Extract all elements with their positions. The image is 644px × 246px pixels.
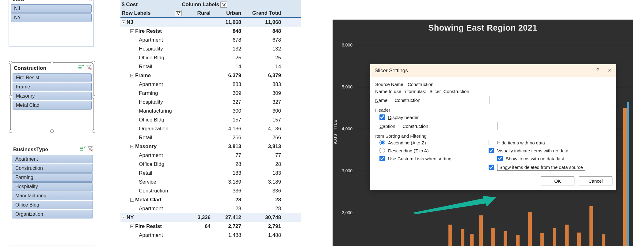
- pivot-table[interactable]: $ Cost Column Labels Row Labels Rural Ur…: [120, 0, 301, 240]
- pivot-col-header[interactable]: Grand Total: [243, 10, 283, 16]
- slicer-item[interactable]: NJ: [11, 4, 92, 13]
- multiselect-icon[interactable]: [78, 0, 84, 2]
- pivot-cell: 25: [212, 55, 243, 61]
- slicer-item[interactable]: Apartment: [12, 155, 93, 163]
- pivot-row-label: Office Bldg: [120, 55, 182, 61]
- pivot-cell: 25: [243, 55, 283, 61]
- use-custom-lists-checkbox[interactable]: [379, 156, 385, 161]
- pivot-row[interactable]: Retail1414: [120, 62, 301, 71]
- show-deleted-checkbox[interactable]: [489, 165, 494, 170]
- slicer-item[interactable]: Fire Resist: [13, 73, 92, 82]
- caption-input[interactable]: [400, 122, 498, 130]
- pivot-cell: 132: [243, 46, 283, 52]
- grid-label: 3,000: [342, 168, 352, 173]
- collapse-icon[interactable]: −: [130, 145, 134, 148]
- pivot-row[interactable]: Service3,1893,189: [120, 177, 301, 186]
- visually-indicate-checkbox[interactable]: [489, 148, 494, 153]
- pivot-row[interactable]: Hospitality327327: [120, 98, 301, 106]
- cancel-button[interactable]: Cancel: [579, 176, 612, 185]
- clear-filter-icon[interactable]: [86, 65, 92, 72]
- slicer-item[interactable]: NY: [11, 13, 92, 22]
- dialog-titlebar[interactable]: Slicer Settings ? ✕: [370, 64, 616, 77]
- show-last-checkbox[interactable]: [497, 156, 503, 161]
- pivot-row[interactable]: −NY3,33627,41230,748: [120, 213, 301, 222]
- chart-bar: [589, 206, 593, 246]
- slicer-item[interactable]: Frame: [13, 83, 92, 91]
- collapse-icon[interactable]: −: [130, 198, 134, 202]
- pivot-row-label: −Fire Resist: [120, 28, 182, 34]
- clear-filter-icon[interactable]: [86, 0, 92, 2]
- name-input[interactable]: [392, 96, 490, 104]
- chart-bar: [577, 233, 581, 246]
- pivot-row[interactable]: Construction336336: [120, 186, 301, 195]
- slicer-item[interactable]: Hospitality: [12, 182, 93, 191]
- filter-dropdown-icon[interactable]: [175, 10, 182, 16]
- help-icon[interactable]: ?: [596, 67, 599, 74]
- pivot-cell: 678: [212, 37, 243, 43]
- pivot-row[interactable]: Manufacturing300300: [120, 106, 301, 115]
- pivot-row[interactable]: Apartment883883: [120, 80, 301, 89]
- slicer-item[interactable]: Organization: [12, 210, 93, 218]
- ok-button[interactable]: OK: [541, 176, 574, 185]
- sort-asc-radio[interactable]: [379, 140, 385, 145]
- collapse-icon[interactable]: −: [130, 74, 134, 77]
- slicer-item[interactable]: Metal Clad: [13, 101, 92, 110]
- pivot-row[interactable]: −Fire Resist848848: [120, 27, 301, 35]
- slicer-item[interactable]: Manufacturing: [12, 192, 93, 200]
- pivot-cell: 266: [243, 135, 283, 141]
- pivot-row[interactable]: −Metal Clad2828: [120, 195, 301, 204]
- collapse-icon[interactable]: −: [130, 225, 134, 228]
- multiselect-icon[interactable]: [78, 65, 84, 71]
- resize-handle[interactable]: [50, 129, 54, 133]
- pivot-row[interactable]: Retail183183: [120, 169, 301, 177]
- filter-dropdown-icon[interactable]: [220, 2, 227, 8]
- pivot-row[interactable]: Apartment7777: [120, 151, 301, 160]
- collapse-icon[interactable]: −: [122, 20, 125, 24]
- collapse-icon[interactable]: −: [130, 29, 134, 33]
- hide-no-data-checkbox[interactable]: [489, 140, 494, 145]
- collapse-icon[interactable]: −: [122, 216, 125, 219]
- pivot-row[interactable]: Apartment1,4881,488: [120, 231, 301, 240]
- pivot-row[interactable]: Hospitality132132: [120, 44, 301, 53]
- slicer-state[interactable]: State NJ NY: [9, 0, 94, 47]
- resize-handle[interactable]: [50, 61, 54, 64]
- pivot-col-header[interactable]: Urban: [212, 10, 243, 16]
- slicer-title: BusinessType: [13, 147, 48, 153]
- pivot-row[interactable]: Organization4,1364,136: [120, 124, 301, 133]
- pivot-row[interactable]: −Frame6,3796,379: [120, 71, 301, 80]
- resize-handle[interactable]: [92, 61, 95, 64]
- pivot-row[interactable]: Office Bldg2525: [120, 53, 301, 62]
- pivot-row[interactable]: −Fire Resist642,7272,791: [120, 222, 301, 231]
- resize-handle[interactable]: [92, 95, 95, 99]
- resize-handle[interactable]: [92, 129, 95, 133]
- pivot-row[interactable]: Retail266266: [120, 133, 301, 142]
- pivot-row[interactable]: Apartment678678: [120, 35, 301, 44]
- pivot-cell: 336: [212, 188, 243, 194]
- slicer-item[interactable]: Construction: [12, 164, 93, 173]
- pivot-cell: 14: [212, 64, 243, 70]
- pivot-row[interactable]: −NJ11,06811,068: [120, 18, 301, 27]
- slicer-businesstype[interactable]: BusinessType Apartment Construction Farm…: [10, 144, 95, 245]
- pivot-row[interactable]: −Masonry3,8133,813: [120, 142, 301, 151]
- resize-handle[interactable]: [9, 61, 12, 64]
- slicer-item[interactable]: Farming: [12, 173, 93, 182]
- use-custom-lists-label: Use Custom Lists when sorting: [388, 156, 452, 161]
- display-header-label: Display header: [388, 115, 419, 120]
- slicer-item[interactable]: Masonry: [13, 92, 92, 100]
- close-icon[interactable]: ✕: [608, 68, 612, 73]
- slicer-item[interactable]: Office Bldg: [12, 201, 93, 209]
- clear-filter-icon[interactable]: [87, 146, 93, 153]
- slicer-construction[interactable]: Construction Fire Resist Frame Masonry M…: [10, 62, 94, 131]
- pivot-row[interactable]: Office Bldg157157: [120, 115, 301, 124]
- selected-cell-range[interactable]: [332, 0, 633, 7]
- display-header-checkbox[interactable]: [379, 114, 385, 120]
- pivot-col-header[interactable]: Rural: [182, 10, 212, 16]
- pivot-row-label: Service: [120, 179, 182, 185]
- multiselect-icon[interactable]: [79, 146, 86, 153]
- resize-handle[interactable]: [9, 129, 12, 133]
- pivot-row[interactable]: Office Bldg2828: [120, 160, 301, 169]
- pivot-row[interactable]: Farming309309: [120, 89, 301, 98]
- sort-desc-radio[interactable]: [379, 148, 385, 153]
- resize-handle[interactable]: [9, 95, 12, 99]
- pivot-row[interactable]: Apartment2828: [120, 204, 301, 213]
